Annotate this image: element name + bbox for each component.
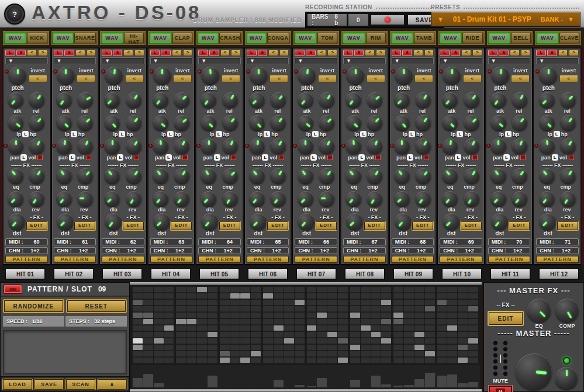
step-cell[interactable] [164, 319, 174, 325]
step-cell[interactable] [468, 313, 478, 318]
step-cell[interactable] [458, 313, 468, 318]
step-cell[interactable] [263, 358, 273, 363]
step-cell[interactable] [447, 332, 457, 338]
delay-knob[interactable] [105, 191, 120, 206]
step-cell[interactable] [338, 313, 348, 318]
midi-channel-field[interactable]: CHN : 1+2 [488, 247, 531, 254]
pattern-button[interactable]: PATTERN [488, 256, 531, 263]
eq-knob[interactable] [540, 168, 555, 183]
caret-button[interactable]: ∧ [161, 50, 171, 56]
randomize-button[interactable]: RANDOMIZE [4, 300, 63, 312]
attack-knob[interactable] [540, 92, 555, 107]
reset-button[interactable]: RESET [67, 300, 126, 312]
fx-edit-button[interactable]: EDIT [557, 221, 578, 230]
record-button[interactable] [370, 14, 405, 26]
step-cell[interactable] [133, 293, 143, 299]
step-cell[interactable] [164, 325, 174, 331]
step-cell[interactable] [220, 325, 230, 331]
step-cell[interactable] [284, 293, 294, 299]
caret-button[interactable]: ∧ [64, 50, 74, 56]
step-cell[interactable] [154, 325, 164, 331]
pan-knob[interactable] [153, 138, 168, 154]
step-cell[interactable] [307, 306, 317, 312]
sample-dropdown[interactable]: ▼ [440, 57, 482, 64]
step-cell[interactable] [414, 313, 424, 318]
step-cell[interactable] [414, 300, 424, 306]
delay-knob[interactable] [8, 191, 23, 206]
step-cell[interactable] [350, 358, 360, 363]
step-cell[interactable] [468, 338, 478, 344]
step-cell[interactable] [317, 287, 327, 293]
bank-arrow-icon[interactable]: ▼ [568, 16, 574, 23]
step-cell[interactable] [143, 293, 153, 299]
next-sample-button[interactable]: > [183, 50, 193, 56]
step-cell[interactable] [176, 351, 186, 357]
loop-button[interactable]: L [247, 50, 257, 56]
midi-channel-field[interactable]: CHN : 1+2 [295, 247, 337, 254]
release-knob[interactable] [561, 92, 576, 107]
step-cell[interactable] [284, 300, 294, 306]
step-cell[interactable] [284, 306, 294, 312]
step-cell[interactable] [393, 287, 403, 293]
step-cell[interactable] [393, 293, 403, 299]
step-cell[interactable] [263, 351, 273, 357]
step-cell[interactable] [230, 358, 240, 363]
step-cell[interactable] [307, 313, 317, 318]
step-cell[interactable] [240, 306, 250, 312]
step-cell[interactable] [425, 300, 435, 306]
step-cell[interactable] [230, 293, 240, 299]
velocity-bar[interactable] [414, 379, 424, 387]
pan-knob[interactable] [57, 138, 72, 154]
comp-knob[interactable] [367, 168, 382, 183]
caret-button[interactable]: ∧ [113, 50, 123, 56]
attack-knob[interactable] [105, 92, 120, 107]
step-cell[interactable] [274, 332, 284, 338]
step-cell[interactable] [350, 287, 360, 293]
volume-knob[interactable] [561, 138, 576, 154]
step-cell[interactable] [186, 325, 196, 331]
step-cell[interactable] [143, 306, 153, 312]
invert-button[interactable]: < [125, 75, 144, 82]
delay-knob[interactable] [491, 191, 506, 206]
distortion-knob[interactable] [154, 213, 170, 230]
next-sample-button[interactable]: > [569, 50, 579, 56]
attack-knob[interactable] [395, 92, 410, 107]
sample-dropdown[interactable]: ▼ [536, 57, 579, 64]
highpass-knob[interactable] [367, 115, 382, 130]
step-cell[interactable] [458, 358, 468, 363]
step-cell[interactable] [197, 293, 207, 299]
invert-button[interactable]: < [559, 75, 578, 82]
step-cell[interactable] [197, 345, 207, 351]
step-cell[interactable] [176, 293, 186, 299]
release-knob[interactable] [367, 92, 382, 107]
step-cell[interactable] [208, 287, 217, 293]
reverb-knob[interactable] [561, 191, 576, 206]
wav-button[interactable]: WAV [489, 33, 510, 43]
step-cell[interactable] [338, 345, 348, 351]
step-cell[interactable] [458, 293, 468, 299]
attack-knob[interactable] [201, 92, 216, 107]
pitch-knob[interactable] [395, 67, 413, 84]
prev-sample-button[interactable]: < [75, 50, 85, 56]
step-cell[interactable] [284, 345, 294, 351]
step-cell[interactable] [317, 351, 327, 357]
step-cell[interactable] [230, 351, 240, 357]
velocity-bar[interactable] [317, 378, 327, 387]
step-cell[interactable] [295, 300, 305, 306]
step-cell[interactable] [307, 358, 317, 363]
step-cell[interactable] [164, 345, 174, 351]
step-cell[interactable] [240, 293, 250, 299]
step-cell[interactable] [350, 345, 360, 351]
step-cell[interactable] [361, 313, 371, 318]
caret-button[interactable]: ∧ [402, 50, 412, 56]
step-cell[interactable] [327, 345, 337, 351]
step-cell[interactable] [414, 338, 424, 344]
step-cell[interactable] [133, 338, 143, 344]
save-button[interactable]: SAVE [34, 379, 64, 390]
loop-button[interactable]: L [343, 50, 353, 56]
wav-button[interactable]: WAV [247, 33, 266, 43]
release-knob[interactable] [271, 92, 286, 107]
invert-button[interactable]: < [29, 75, 47, 82]
link-badge[interactable]: L [312, 131, 319, 137]
master-volume-knob[interactable] [516, 353, 552, 390]
